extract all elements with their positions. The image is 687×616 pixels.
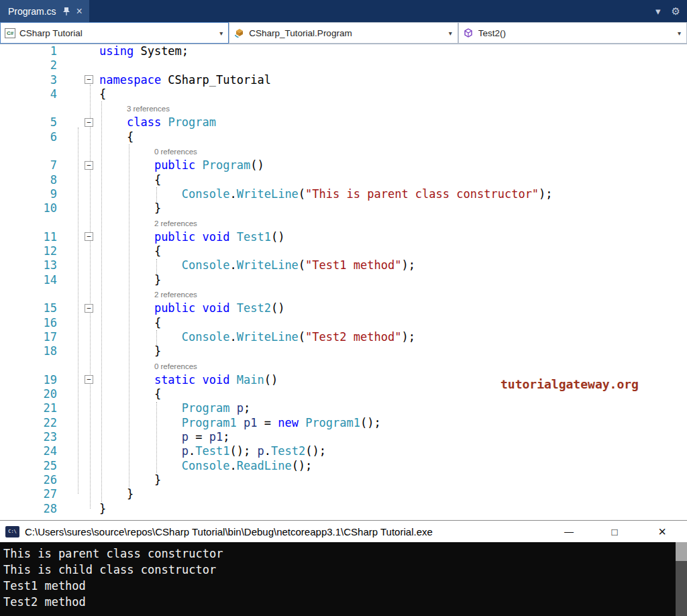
fold-collapse-button[interactable]: − (85, 75, 93, 84)
code-text[interactable]: } (99, 473, 687, 487)
code-text[interactable]: } (99, 502, 687, 516)
code-text[interactable]: } (99, 201, 687, 215)
codelens-references[interactable]: 3 references (99, 101, 687, 115)
maximize-button[interactable]: □ (604, 521, 625, 542)
code-line: 7− public Program() (0, 158, 687, 172)
code-text[interactable]: namespace CSharp_Tutorial (99, 73, 687, 87)
code-line: 21 Program p; (0, 401, 687, 415)
code-line: 6 { (0, 130, 687, 144)
code-text[interactable]: Console.WriteLine("Test1 method"); (99, 258, 687, 272)
code-line: 2 (0, 58, 687, 72)
code-text[interactable]: public Program() (99, 158, 687, 172)
code-line: 26 } (0, 473, 687, 487)
codelens-references[interactable]: 2 references (99, 287, 687, 301)
close-button[interactable]: × (652, 521, 672, 542)
line-number: 12 (0, 244, 57, 258)
code-line: 23 p = p1; (0, 430, 687, 444)
code-line: 12 { (0, 244, 687, 258)
code-text[interactable]: p.Test1(); p.Test2(); (99, 444, 687, 458)
line-number: 19 (0, 373, 57, 387)
code-line: 4{ (0, 87, 687, 101)
tab-program-cs[interactable]: Program.cs × (0, 0, 89, 22)
code-text[interactable]: p = p1; (99, 430, 687, 444)
pin-icon[interactable] (62, 7, 70, 16)
fold-collapse-button[interactable]: − (85, 375, 93, 384)
code-text[interactable] (99, 58, 687, 72)
code-text[interactable]: { (99, 316, 687, 330)
console-output: This is parent class constructorThis is … (0, 542, 687, 610)
line-number: 21 (0, 401, 57, 415)
code-editor[interactable]: 1using System;23−namespace CSharp_Tutori… (0, 44, 687, 520)
code-text[interactable]: } (99, 487, 687, 501)
code-text[interactable]: using System; (99, 44, 687, 58)
codelens-references[interactable]: 0 references (99, 144, 687, 158)
code-text[interactable]: { (99, 173, 687, 187)
line-number: 9 (0, 187, 57, 201)
line-number: 15 (0, 301, 57, 315)
console-window: C:\ C:\Users\sures\source\repos\CSharp T… (0, 520, 687, 616)
class-icon (233, 28, 245, 38)
line-number: 4 (0, 87, 57, 101)
chevron-down-icon[interactable]: ▾ (449, 30, 454, 37)
codelens-references[interactable]: 0 references (99, 359, 687, 373)
chevron-down-icon[interactable]: ▾ (655, 5, 661, 17)
console-title-bar[interactable]: C:\ C:\Users\sures\source\repos\CSharp T… (0, 521, 687, 542)
code-line: 14 } (0, 273, 687, 287)
member-dropdown[interactable]: Test2() ▾ (458, 22, 687, 44)
line-number: 27 (0, 487, 57, 501)
watermark: tutorialgateway.org (500, 377, 639, 391)
fold-collapse-button[interactable]: − (85, 232, 93, 241)
console-scrollbar[interactable] (676, 542, 687, 616)
code-line: 22 Program1 p1 = new Program1(); (0, 416, 687, 430)
chevron-down-icon[interactable]: ▾ (219, 30, 224, 37)
fold-collapse-button[interactable]: − (85, 304, 93, 313)
code-text[interactable]: Program p; (99, 401, 687, 415)
fold-collapse-button[interactable]: − (85, 161, 93, 170)
code-text[interactable]: Program1 p1 = new Program1(); (99, 416, 687, 430)
type-dropdown[interactable]: CSharp_Tutorial.Program ▾ (229, 22, 458, 44)
line-number: 14 (0, 273, 57, 287)
line-number: 20 (0, 387, 57, 401)
line-number: 23 (0, 430, 57, 444)
code-line: 15− public void Test2() (0, 301, 687, 315)
codelens-row: 3 references (0, 101, 687, 115)
code-text[interactable]: class Program (99, 115, 687, 130)
code-line: 10 } (0, 201, 687, 215)
code-text[interactable]: Console.WriteLine("This is parent class … (99, 187, 687, 201)
code-text[interactable]: public void Test2() (99, 301, 687, 315)
project-dropdown[interactable]: C# CSharp Tutorial ▾ (0, 22, 229, 44)
line-number: 13 (0, 258, 57, 272)
scrollbar-thumb[interactable] (676, 542, 687, 561)
gear-icon[interactable]: ⚙ (672, 5, 680, 17)
code-text[interactable]: } (99, 273, 687, 287)
code-line: 11− public void Test1() (0, 230, 687, 244)
codelens-row: 0 references (0, 144, 687, 158)
line-number: 8 (0, 173, 57, 187)
csharp-project-icon: C# (5, 28, 15, 38)
line-number: 28 (0, 502, 57, 516)
line-number: 6 (0, 130, 57, 144)
code-text[interactable]: { (99, 244, 687, 258)
minimize-button[interactable]: — (559, 521, 579, 542)
line-number: 3 (0, 73, 57, 87)
code-text[interactable]: } (99, 344, 687, 358)
code-line: 25 Console.ReadLine(); (0, 459, 687, 473)
document-tab-bar: Program.cs × ▾ ⚙ (0, 0, 687, 22)
tab-label: Program.cs (8, 6, 56, 17)
visual-studio-window: Program.cs × ▾ ⚙ C# CSharp Tutorial ▾ (0, 0, 687, 616)
code-line: 27 } (0, 487, 687, 501)
console-line: This is parent class constructor (3, 546, 674, 562)
close-icon[interactable]: × (76, 6, 83, 17)
code-text[interactable]: Console.ReadLine(); (99, 459, 687, 473)
fold-collapse-button[interactable]: − (85, 118, 93, 127)
chevron-down-icon[interactable]: ▾ (678, 30, 682, 37)
code-text[interactable]: public void Test1() (99, 230, 687, 244)
code-text[interactable]: { (99, 87, 687, 101)
code-text[interactable]: { (99, 130, 687, 144)
code-text[interactable]: Console.WriteLine("Test2 method"); (99, 330, 687, 344)
codelens-references[interactable]: 2 references (99, 216, 687, 230)
line-number: 25 (0, 459, 57, 473)
line-number: 24 (0, 444, 57, 458)
console-body: This is parent class constructorThis is … (0, 542, 687, 616)
line-number: 17 (0, 330, 57, 344)
